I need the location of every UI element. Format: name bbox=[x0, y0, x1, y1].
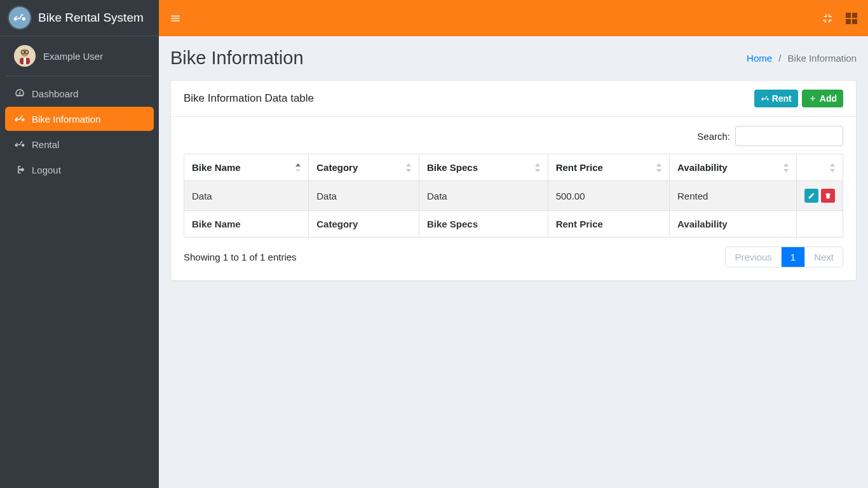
add-button[interactable]: Add bbox=[802, 90, 843, 107]
pencil-icon bbox=[808, 192, 815, 200]
fcol-availability: Availability bbox=[670, 211, 797, 238]
user-name: Example User bbox=[43, 51, 103, 62]
tachometer-icon bbox=[14, 88, 25, 99]
breadcrumb-current: Bike Information bbox=[788, 53, 857, 64]
sign-out-icon bbox=[14, 164, 25, 175]
card-header: Bike Information Data table Rent Add bbox=[171, 81, 856, 117]
topbar bbox=[159, 0, 868, 36]
col-actions[interactable] bbox=[797, 154, 843, 181]
col-bike-specs[interactable]: Bike Specs bbox=[419, 154, 548, 181]
motorcycle-icon bbox=[14, 139, 25, 150]
trash-icon bbox=[824, 192, 832, 200]
sidebar: Bike Rental System Example User Dashboar… bbox=[0, 0, 159, 488]
delete-button[interactable] bbox=[821, 189, 835, 203]
table-info: Showing 1 to 1 of 1 entries bbox=[184, 252, 297, 262]
apps-grid-icon[interactable] bbox=[845, 12, 858, 25]
sidebar-item-dashboard[interactable]: Dashboard bbox=[5, 81, 154, 105]
cell-availability: Rented bbox=[670, 181, 797, 211]
brand[interactable]: Bike Rental System bbox=[0, 0, 159, 36]
col-availability[interactable]: Availability bbox=[670, 154, 797, 181]
card-body: Search: Bike Name Category bbox=[171, 117, 856, 280]
cell-rent-price: 500.00 bbox=[548, 181, 669, 211]
rent-button[interactable]: Rent bbox=[754, 90, 798, 107]
sidebar-item-rental[interactable]: Rental bbox=[5, 132, 154, 156]
sort-icon bbox=[405, 163, 412, 172]
sort-icon bbox=[655, 163, 663, 172]
sort-icon bbox=[782, 163, 790, 172]
plus-icon bbox=[808, 94, 817, 103]
table-footer: Showing 1 to 1 of 1 entries Previous 1 N… bbox=[184, 247, 843, 268]
sort-asc-icon bbox=[294, 163, 302, 172]
data-table: Bike Name Category Bike Specs bbox=[184, 154, 843, 238]
fcol-actions bbox=[797, 211, 843, 238]
brand-logo-icon bbox=[9, 7, 31, 29]
breadcrumb-home[interactable]: Home bbox=[747, 53, 772, 64]
cell-bike-specs: Data bbox=[419, 181, 548, 211]
col-category[interactable]: Category bbox=[309, 154, 419, 181]
menu-toggle-icon[interactable] bbox=[169, 12, 182, 25]
nav: Dashboard Bike Information Rental Logout bbox=[0, 76, 159, 187]
sidebar-item-label: Rental bbox=[32, 139, 59, 150]
table-header-row: Bike Name Category Bike Specs bbox=[184, 154, 843, 181]
cell-actions bbox=[797, 181, 843, 211]
col-bike-name[interactable]: Bike Name bbox=[184, 154, 309, 181]
card-title: Bike Information Data table bbox=[184, 92, 314, 105]
table-row: Data Data Data 500.00 Rented bbox=[184, 181, 843, 211]
content: Bike Information Data table Rent Add Sea… bbox=[159, 72, 868, 488]
svg-rect-3 bbox=[24, 58, 26, 64]
fcol-rent-price: Rent Price bbox=[548, 211, 669, 238]
search-row: Search: bbox=[184, 126, 843, 146]
content-header: Bike Information Home / Bike Information bbox=[159, 36, 868, 72]
table-footer-row: Bike Name Category Bike Specs Rent Price… bbox=[184, 211, 843, 238]
card-actions: Rent Add bbox=[754, 90, 843, 107]
sidebar-item-logout[interactable]: Logout bbox=[5, 158, 154, 182]
col-rent-price[interactable]: Rent Price bbox=[548, 154, 669, 181]
user-panel[interactable]: Example User bbox=[6, 36, 153, 76]
breadcrumb: Home / Bike Information bbox=[747, 53, 857, 64]
page-title: Bike Information bbox=[170, 48, 304, 69]
fcol-bike-specs: Bike Specs bbox=[419, 211, 548, 238]
pagination-next[interactable]: Next bbox=[804, 247, 843, 267]
motorcycle-icon bbox=[14, 113, 25, 125]
sort-icon bbox=[829, 163, 836, 172]
sidebar-item-label: Dashboard bbox=[32, 88, 78, 99]
cell-bike-name: Data bbox=[184, 181, 309, 211]
sort-icon bbox=[534, 163, 541, 172]
add-button-label: Add bbox=[820, 93, 837, 104]
breadcrumb-sep: / bbox=[775, 53, 785, 64]
pagination: Previous 1 Next bbox=[725, 247, 843, 268]
fcol-bike-name: Bike Name bbox=[184, 211, 309, 238]
card: Bike Information Data table Rent Add Sea… bbox=[170, 80, 857, 281]
search-input[interactable] bbox=[735, 126, 843, 146]
avatar bbox=[14, 45, 36, 67]
main: Bike Information Home / Bike Information… bbox=[159, 0, 868, 488]
motorcycle-icon bbox=[761, 94, 770, 103]
fcol-category: Category bbox=[309, 211, 419, 238]
pagination-previous[interactable]: Previous bbox=[726, 247, 780, 267]
sidebar-item-label: Bike Information bbox=[32, 114, 100, 125]
pagination-page-1[interactable]: 1 bbox=[781, 247, 804, 267]
search-label: Search: bbox=[697, 131, 730, 142]
cell-category: Data bbox=[309, 181, 419, 211]
brand-title: Bike Rental System bbox=[38, 11, 144, 25]
fullscreen-collapse-icon[interactable] bbox=[821, 12, 834, 25]
rent-button-label: Rent bbox=[772, 93, 792, 104]
sidebar-item-label: Logout bbox=[32, 165, 61, 175]
edit-button[interactable] bbox=[804, 189, 818, 203]
sidebar-item-bike-information[interactable]: Bike Information bbox=[5, 107, 154, 131]
